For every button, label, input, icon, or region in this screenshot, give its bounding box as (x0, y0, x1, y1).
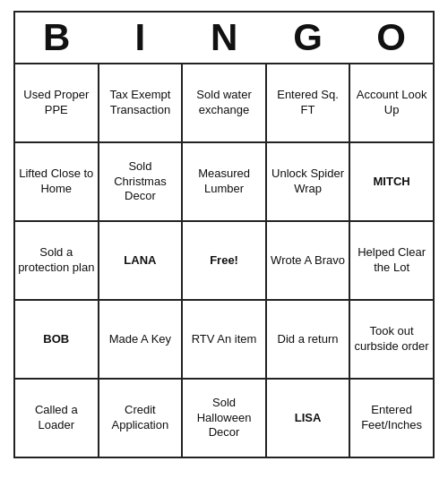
bingo-cell: Entered Sq. FT (266, 64, 349, 142)
bingo-letter: N (182, 12, 266, 64)
bingo-cell: Wrote A Bravo (266, 221, 349, 300)
bingo-cell: RTV An item (182, 300, 266, 379)
bingo-cell: Used Proper PPE (14, 64, 99, 142)
bingo-cell: Unlock Spider Wrap (266, 142, 349, 221)
bingo-cell: Sold Christmas Decor (99, 142, 183, 221)
bingo-cell: Credit Application (99, 379, 183, 457)
bingo-cell: MITCH (349, 142, 434, 221)
bingo-cell: Made A Key (99, 300, 183, 379)
bingo-cell: Entered Feet/Inches (349, 379, 434, 457)
bingo-letter: B (14, 12, 99, 64)
bingo-letter: G (266, 12, 349, 64)
bingo-cell: Free! (182, 221, 266, 300)
bingo-grid: BINGO Used Proper PPETax Exempt Transact… (13, 11, 435, 458)
bingo-cell: Account Look Up (349, 64, 434, 142)
bingo-cell: Did a return (266, 300, 349, 379)
bingo-cell: LANA (99, 221, 183, 300)
bingo-letter: I (99, 12, 183, 64)
bingo-cell: LISA (266, 379, 349, 457)
bingo-cell: Sold water exchange (182, 64, 266, 142)
bingo-cell: Helped Clear the Lot (349, 221, 434, 300)
bingo-letter: O (349, 12, 434, 64)
bingo-cell: Tax Exempt Transaction (99, 64, 183, 142)
bingo-cell: Lifted Close to Home (14, 142, 99, 221)
bingo-cell: Took out curbside order (349, 300, 434, 379)
bingo-cell: BOB (14, 300, 99, 379)
bingo-cell: Called a Loader (14, 379, 99, 457)
bingo-cell: Sold a protection plan (14, 221, 99, 300)
bingo-header (13, 0, 435, 11)
bingo-cell: Measured Lumber (182, 142, 266, 221)
bingo-cell: Sold Halloween Decor (182, 379, 266, 457)
